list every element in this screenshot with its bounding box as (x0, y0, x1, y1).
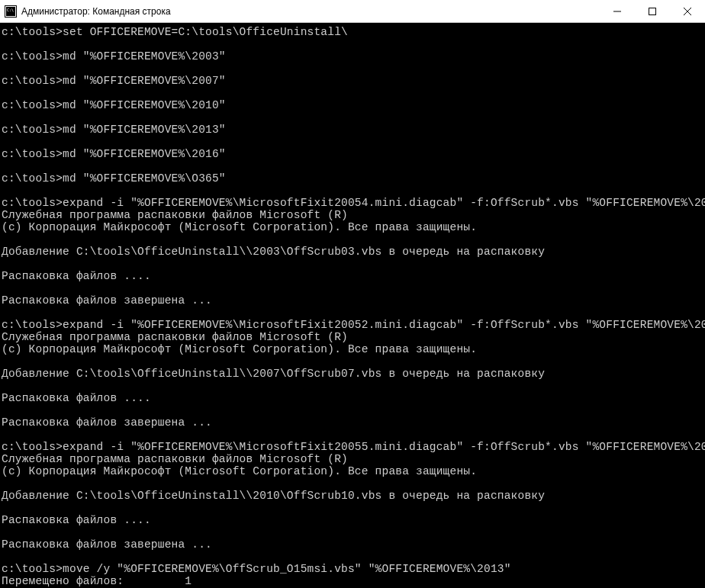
console-line: c:\tools>expand -i "%OFFICEREMOVE%\Micro… (2, 319, 703, 331)
window-title: Администратор: Командная строка (21, 6, 600, 17)
console-line: Служебная программа распаковки файлов Mi… (2, 209, 703, 221)
console-line: (с) Корпорация Майкрософт (Microsoft Cor… (2, 465, 703, 477)
console-line: c:\tools>md "%OFFICEREMOVE%\2016" (2, 148, 703, 160)
minimize-button[interactable] (600, 0, 635, 22)
console-line (2, 38, 703, 50)
console-line (2, 526, 703, 538)
console-line: Распаковка файлов .... (2, 514, 703, 526)
console-line (2, 258, 703, 270)
console-line (2, 282, 703, 294)
console-line: Распаковка файлов завершена ... (2, 294, 703, 307)
console-line: (с) Корпорация Майкрософт (Microsoft Cor… (2, 221, 703, 233)
close-button[interactable] (670, 0, 705, 22)
console-line: c:\tools>md "%OFFICEREMOVE%\2007" (2, 75, 703, 87)
console-line (2, 136, 703, 148)
console-line (2, 551, 703, 563)
console-line: c:\tools>md "%OFFICEREMOVE%\2013" (2, 124, 703, 136)
console-line: c:\tools>expand -i "%OFFICEREMOVE%\Micro… (2, 197, 703, 209)
console-line: Распаковка файлов .... (2, 270, 703, 282)
console-line (2, 111, 703, 124)
window-controls (600, 0, 705, 22)
console-line: (с) Корпорация Майкрософт (Microsoft Cor… (2, 343, 703, 355)
console-line: Распаковка файлов завершена ... (2, 416, 703, 429)
maximize-button[interactable] (635, 0, 670, 22)
console-line (2, 502, 703, 514)
svg-rect-5 (649, 8, 656, 14)
console-line (2, 355, 703, 368)
console-line: Перемещено файлов: 1 (2, 575, 703, 587)
console-line: c:\tools>set OFFICEREMOVE=C:\tools\Offic… (2, 26, 703, 38)
console-line (2, 404, 703, 416)
console-line: Служебная программа распаковки файлов Mi… (2, 331, 703, 343)
console-line (2, 233, 703, 246)
console-line (2, 160, 703, 172)
console-line (2, 185, 703, 197)
console-line: Добавление C:\tools\OfficeUninstall\\200… (2, 368, 703, 380)
console-line: c:\tools>md "%OFFICEREMOVE%\2003" (2, 50, 703, 63)
console-line: Добавление C:\tools\OfficeUninstall\\201… (2, 490, 703, 502)
console-line (2, 87, 703, 99)
console-line (2, 429, 703, 441)
console-line: Распаковка файлов .... (2, 392, 703, 404)
console-line: c:\tools>md "%OFFICEREMOVE%\2010" (2, 99, 703, 111)
svg-text:C:\: C:\ (7, 8, 14, 12)
console-line (2, 307, 703, 319)
console-output[interactable]: c:\tools>set OFFICEREMOVE=C:\tools\Offic… (0, 23, 705, 588)
console-line: c:\tools>md "%OFFICEREMOVE%\O365" (2, 172, 703, 185)
console-line: Служебная программа распаковки файлов Mi… (2, 453, 703, 465)
console-line: Распаковка файлов завершена ... (2, 538, 703, 551)
console-line: c:\tools>move /y "%OFFICEREMOVE%\OffScru… (2, 563, 703, 575)
console-line: c:\tools>expand -i "%OFFICEREMOVE%\Micro… (2, 441, 703, 453)
console-line (2, 477, 703, 490)
console-line: Добавление C:\tools\OfficeUninstall\\200… (2, 246, 703, 258)
cmd-icon: C:\ (5, 5, 17, 18)
console-line (2, 380, 703, 392)
window-titlebar: C:\ Администратор: Командная строка (0, 0, 705, 23)
console-line (2, 63, 703, 75)
